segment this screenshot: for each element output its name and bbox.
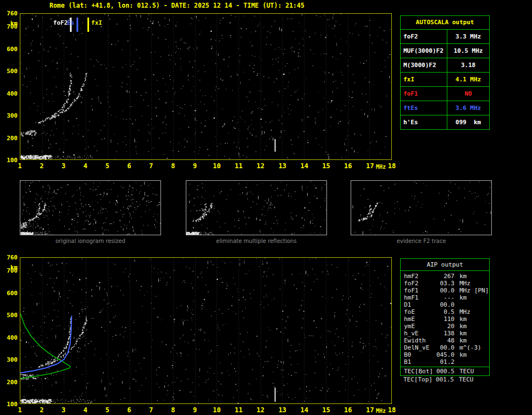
y-axis-tick-label: 700 bbox=[0, 267, 18, 274]
parameter-value: 48 bbox=[435, 337, 455, 344]
autoscala-row-ftes: ftEs3.6 MHz bbox=[401, 101, 489, 115]
aip-row-b1: B101.2 bbox=[401, 358, 489, 366]
thumbnail-canvas-multiples-removed bbox=[186, 181, 326, 235]
parameter-value: 138 bbox=[435, 330, 455, 337]
ionogram-plot-bottom bbox=[20, 257, 392, 404]
parameter-label: foE bbox=[401, 308, 435, 316]
y-axis-tick-label: 100 bbox=[0, 401, 18, 408]
x-axis-tick-label: 16 bbox=[342, 162, 353, 170]
parameter-label: ymE bbox=[401, 323, 435, 330]
aip-row-fof1: foF100.0MHz[PN] bbox=[401, 287, 489, 294]
x-axis-tick-label: 18 bbox=[386, 162, 397, 170]
ionogram-plot-top bbox=[20, 13, 392, 160]
x-axis-tick-label: 17 bbox=[364, 162, 375, 170]
parameter-value: 4.1 MHz bbox=[447, 73, 489, 86]
parameter-unit: TECU bbox=[454, 376, 474, 383]
parameter-value: 20 bbox=[435, 323, 455, 330]
parameter-unit: km bbox=[455, 323, 467, 330]
parameter-label: h_vE bbox=[401, 330, 435, 337]
parameter-label: ftEs bbox=[401, 101, 447, 115]
aip-row-hmf1: hmF1---km bbox=[401, 294, 489, 301]
aip-row-ewidth: Ewidth48km bbox=[401, 337, 489, 344]
parameter-unit: km bbox=[455, 330, 467, 337]
parameter-unit: MHz bbox=[455, 280, 470, 287]
parameter-value: 3.18 bbox=[447, 58, 489, 72]
parameter-label: foF1 bbox=[401, 287, 435, 294]
parameter-value: 099 km bbox=[447, 115, 489, 129]
aip-row-hmf2: hmF2267km bbox=[401, 273, 489, 280]
autoscala-row-muf3000f2: MUF(3000)F210.5 MHz bbox=[401, 43, 489, 58]
thumbnail-caption-original: original ionogram resized bbox=[20, 238, 161, 244]
parameter-value: 03.3 bbox=[435, 280, 455, 287]
autoscala-row-fxi: fxI4.1 MHz bbox=[401, 72, 489, 86]
aip-row-hve: h_vE138km bbox=[401, 330, 489, 337]
aip-output-panel: AIP output hmF2267kmfoF203.3MHzfoF100.0M… bbox=[400, 258, 490, 376]
x-axis-tick-label: 14 bbox=[299, 406, 310, 414]
aip-rows: hmF2267kmfoF203.3MHzfoF100.0MHz[PN]hmF1-… bbox=[401, 271, 489, 366]
autoscala-row-hes: h'Es099 km bbox=[401, 115, 489, 129]
y-axis-tick-label: 300 bbox=[0, 356, 18, 363]
y-axis-tick-label: 100 bbox=[0, 157, 18, 164]
aip-row-fof2: foF203.3MHz bbox=[401, 280, 489, 287]
parameter-label: foF1 bbox=[401, 87, 447, 101]
x-axis-tick-label: 11 bbox=[233, 406, 244, 414]
x-axis-tick-label: 12 bbox=[255, 162, 266, 170]
x-axis-tick-label: 15 bbox=[321, 406, 332, 414]
parameter-label: h'Es bbox=[401, 115, 447, 129]
x-axis-tick-label: 4 bbox=[80, 162, 91, 170]
ionogram-canvas-top bbox=[20, 14, 391, 159]
y-axis-tick-label: 300 bbox=[0, 112, 18, 119]
aip-row-tecbot: TEC[Bot]000.5TECU bbox=[401, 368, 489, 375]
parameter-unit: MHz bbox=[455, 308, 470, 316]
parameter-value: 3.3 MHz bbox=[447, 30, 489, 43]
y-axis-tick-label: 600 bbox=[0, 290, 18, 297]
parameter-unit: MHz bbox=[455, 287, 470, 294]
window-title: Rome (lat: +41.8, lon: 012.5) - DATE: 20… bbox=[49, 2, 304, 9]
parameter-unit: km bbox=[455, 294, 467, 301]
parameter-value: 00.0 bbox=[435, 344, 455, 351]
autoscala-panel-title: AUTOSCALA output bbox=[401, 16, 489, 29]
y-axis-tick-label: 700 bbox=[0, 23, 18, 30]
parameter-label: fxI bbox=[401, 73, 447, 86]
x-axis-tick-label: 1 bbox=[14, 162, 25, 170]
y-axis-tick-label: 200 bbox=[0, 135, 18, 142]
parameter-value: 01.2 bbox=[435, 358, 455, 366]
parameter-label: TEC[Top] bbox=[400, 376, 434, 383]
autoscala-rows: foF23.3 MHzMUF(3000)F210.5 MHzM(3000)F23… bbox=[401, 29, 489, 129]
parameter-label: DelN_vE bbox=[401, 344, 435, 351]
x-axis-tick-label: 7 bbox=[146, 406, 157, 414]
parameter-unit: km bbox=[455, 351, 467, 358]
x-axis-tick-label: 10 bbox=[211, 162, 222, 170]
thumbnail-caption-f2trace: evidence F2 trace bbox=[351, 238, 492, 244]
parameter-value: 3.6 MHz bbox=[447, 101, 489, 115]
aip-row-b0: B0045.0km bbox=[401, 351, 489, 358]
parameter-unit: km bbox=[455, 337, 467, 344]
x-axis-tick-label: 15 bbox=[321, 162, 332, 170]
parameter-value: --- bbox=[435, 294, 455, 301]
x-axis-tick-label: 7 bbox=[146, 162, 157, 170]
x-axis-tick-label: 8 bbox=[168, 162, 179, 170]
y-axis-unit-label: km bbox=[0, 20, 18, 27]
parameter-label: M(3000)F2 bbox=[401, 58, 447, 72]
autoscala-row-fof2: foF23.3 MHz bbox=[401, 29, 489, 43]
aip-row-tectop: TEC[Top]001.5TECU bbox=[400, 376, 490, 383]
parameter-label: Ewidth bbox=[401, 337, 435, 344]
parameter-value: 00.0 bbox=[435, 301, 455, 308]
x-axis-tick-label: 3 bbox=[58, 406, 69, 414]
x-axis-tick-label: 2 bbox=[36, 406, 47, 414]
x-axis-tick-label: 13 bbox=[277, 406, 288, 414]
autoscala-output-panel: AUTOSCALA output foF23.3 MHzMUF(3000)F21… bbox=[400, 15, 490, 130]
parameter-label: hmF2 bbox=[401, 273, 435, 280]
aip-tec-bottom-container: TEC[Bot]000.5TECU bbox=[401, 367, 489, 375]
parameter-label: TEC[Bot] bbox=[401, 368, 435, 375]
parameter-unit: km bbox=[455, 273, 467, 280]
parameter-value: 00.0 bbox=[435, 287, 455, 294]
parameter-value: NO bbox=[447, 87, 489, 101]
x-axis-tick-label: 9 bbox=[190, 162, 201, 170]
x-axis-tick-label: 1 bbox=[14, 406, 25, 414]
x-axis-tick-label: 17 bbox=[364, 406, 375, 414]
thumbnail-canvas-f2-trace bbox=[351, 181, 491, 235]
aip-row-yme: ymE20km bbox=[401, 323, 489, 330]
x-axis-tick-label: 5 bbox=[102, 162, 113, 170]
parameter-label: B1 bbox=[401, 358, 435, 366]
